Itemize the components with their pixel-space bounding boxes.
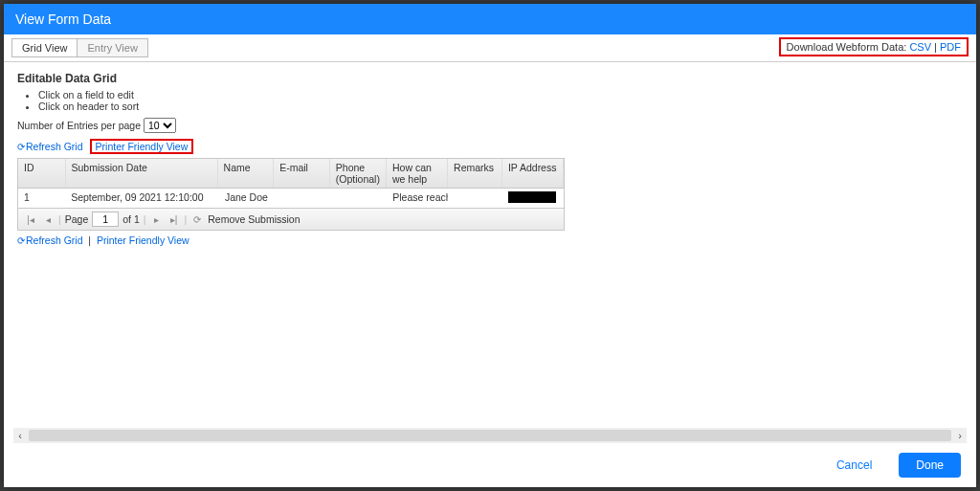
pager-page-label: Page: [65, 213, 89, 225]
cell-id[interactable]: 1: [18, 189, 65, 208]
cell-name[interactable]: Jane Doe: [219, 189, 275, 208]
pager-last-icon[interactable]: ▸|: [167, 212, 181, 226]
download-webform-data: Download Webform Data: CSV | PDF: [779, 37, 969, 56]
hints-list: Click on a field to edit Click on header…: [17, 89, 963, 112]
download-csv-link[interactable]: CSV: [909, 41, 931, 53]
download-label: Download Webform Data:: [787, 41, 907, 53]
cell-phone[interactable]: [331, 189, 387, 208]
cell-remarks[interactable]: [448, 189, 502, 208]
table-row[interactable]: 1 September, 09 2021 12:10:00 Jane Doe P…: [18, 189, 564, 208]
data-grid: ID Submission Date Name E-mail Phone (Op…: [17, 158, 565, 231]
tabs: Grid View Entry View: [11, 38, 147, 57]
pager-sep: |: [144, 213, 146, 225]
pager: |◂ ◂ | Page of 1 | ▸ ▸| | ⟳ Remove Submi…: [18, 208, 564, 230]
view-form-data-modal: View Form Data Grid View Entry View Down…: [4, 4, 976, 487]
remove-submission-link[interactable]: Remove Submission: [208, 213, 300, 225]
col-remarks[interactable]: Remarks: [448, 159, 502, 188]
scroll-right-icon[interactable]: ›: [953, 430, 967, 441]
entries-label: Number of Entries per page: [17, 120, 141, 131]
pager-sep: |: [185, 213, 188, 225]
col-phone[interactable]: Phone (Optional): [330, 159, 387, 188]
redacted-ip: [508, 191, 556, 203]
col-submission-date[interactable]: Submission Date: [66, 159, 218, 188]
modal-header: View Form Data: [4, 4, 976, 34]
cell-help[interactable]: Please reach ...: [387, 189, 448, 208]
pager-first-icon[interactable]: |◂: [24, 212, 37, 226]
pager-of-label: of 1: [122, 213, 140, 225]
refresh-grid-link-2[interactable]: Refresh Grid: [26, 234, 83, 246]
horizontal-scrollbar[interactable]: ‹ ›: [13, 428, 967, 443]
cell-date[interactable]: September, 09 2021 12:10:00: [65, 189, 219, 208]
col-email[interactable]: E-mail: [274, 159, 330, 188]
col-how-can-we-help[interactable]: How can we help: [387, 159, 448, 188]
cell-ip[interactable]: [502, 189, 564, 208]
modal-footer: Cancel Done: [4, 443, 976, 487]
hint-item: Click on a field to edit: [38, 89, 963, 100]
tab-entry-view[interactable]: Entry View: [77, 38, 147, 57]
grid-title: Editable Data Grid: [17, 72, 963, 85]
printer-friendly-link[interactable]: Printer Friendly View: [96, 141, 189, 152]
hint-item: Click on header to sort: [38, 100, 963, 112]
pager-next-icon[interactable]: ▸: [150, 212, 164, 226]
modal-body: Editable Data Grid Click on a field to e…: [4, 62, 976, 487]
toolbar: Grid View Entry View Download Webform Da…: [4, 34, 976, 62]
col-name[interactable]: Name: [218, 159, 275, 188]
grid-header-row[interactable]: ID Submission Date Name E-mail Phone (Op…: [18, 159, 564, 189]
download-sep: |: [931, 41, 940, 53]
tab-grid-view[interactable]: Grid View: [11, 38, 78, 57]
pager-sep: |: [58, 213, 61, 225]
printer-friendly-highlight: Printer Friendly View: [90, 139, 194, 154]
modal-title: View Form Data: [15, 11, 111, 27]
entries-select[interactable]: 10: [144, 118, 176, 133]
pager-page-input[interactable]: [92, 212, 119, 227]
done-button[interactable]: Done: [899, 453, 961, 478]
pager-prev-icon[interactable]: ◂: [41, 212, 55, 226]
entries-per-page: Number of Entries per page 10: [17, 118, 963, 133]
download-pdf-link[interactable]: PDF: [940, 41, 961, 53]
refresh-grid-link[interactable]: Refresh Grid: [26, 141, 83, 152]
refresh-icon: ⟳: [17, 235, 25, 246]
col-ip-address[interactable]: IP Address: [502, 159, 564, 188]
scroll-left-icon[interactable]: ‹: [13, 430, 27, 441]
action-row-bottom: ⟳Refresh Grid | Printer Friendly View: [17, 234, 963, 246]
action-row-top: ⟳Refresh Grid Printer Friendly View: [17, 139, 963, 154]
scroll-track[interactable]: [29, 430, 951, 441]
col-id[interactable]: ID: [18, 159, 66, 188]
cell-email[interactable]: [275, 189, 330, 208]
refresh-icon: ⟳: [17, 142, 25, 152]
printer-friendly-link-2[interactable]: Printer Friendly View: [97, 234, 189, 246]
cancel-button[interactable]: Cancel: [819, 453, 889, 478]
pager-refresh-icon[interactable]: ⟳: [190, 212, 204, 226]
